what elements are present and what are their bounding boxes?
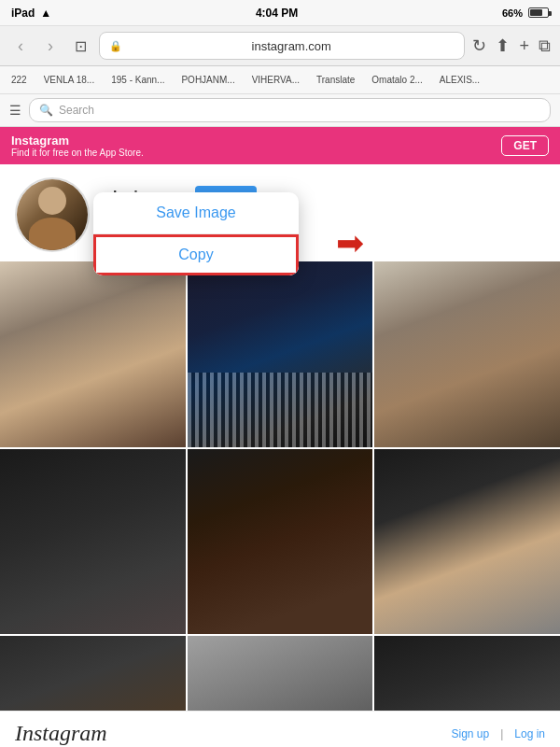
tab-3[interactable]: POHJANM... <box>174 70 242 91</box>
instagram-footer-logo: Instagram <box>15 721 107 746</box>
photo-8[interactable] <box>188 636 373 711</box>
red-arrow-indicator: ➡ <box>336 225 364 264</box>
photo-6[interactable] <box>374 449 560 635</box>
url-bar[interactable]: 🔒 instagram.com <box>99 32 465 60</box>
save-image-option[interactable]: Save Image <box>93 192 299 234</box>
tab-1[interactable]: VENLA 18... <box>36 70 102 91</box>
reader-button[interactable]: ⊡ <box>69 37 91 55</box>
tab-2[interactable]: 195 - Kann... <box>104 70 172 91</box>
context-menu-overlay: Save Image Copy <box>93 192 299 275</box>
photo-3[interactable] <box>374 261 560 447</box>
photo-7[interactable] <box>0 636 186 711</box>
tabs-bar: 222 VENLA 18... 195 - Kann... POHJANM...… <box>0 66 560 94</box>
url-text: instagram.com <box>128 39 455 53</box>
status-bar: iPad ▲ 4:04 PM 66% <box>0 0 560 26</box>
back-button[interactable]: ‹ <box>9 36 32 56</box>
tabs-button[interactable]: ⧉ <box>539 36 551 56</box>
photo-grid <box>0 261 560 711</box>
share-button[interactable]: ⬆ <box>496 35 510 56</box>
footer-separator: | <box>500 727 503 740</box>
tab-0[interactable]: 222 <box>4 70 35 91</box>
browser-toolbar: ‹ › ⊡ 🔒 instagram.com ↻ ⬆ + ⧉ <box>0 26 560 66</box>
bookmark-bar: ☰ 🔍 Search <box>0 94 560 127</box>
context-menu: Save Image Copy <box>93 192 299 275</box>
tab-5[interactable]: Translate <box>309 70 362 91</box>
forward-button[interactable]: › <box>39 36 62 56</box>
avatar-image <box>17 179 88 250</box>
clock: 4:04 PM <box>256 7 298 20</box>
new-tab-button[interactable]: + <box>519 36 529 56</box>
tab-7[interactable]: ALEXIS... <box>432 70 487 91</box>
copy-option[interactable]: Copy <box>93 234 299 275</box>
battery-percent: 66% <box>502 7 523 19</box>
app-banner-subtitle: Find it for free on the App Store. <box>11 148 492 158</box>
photo-4[interactable] <box>0 449 186 635</box>
login-link[interactable]: Log in <box>514 727 545 740</box>
wifi-icon: ▲ <box>40 7 51 20</box>
photo-2[interactable] <box>188 261 373 447</box>
signup-link[interactable]: Sign up <box>451 727 489 740</box>
footer-links: Sign up | Log in <box>451 727 545 740</box>
tab-6[interactable]: Omatalo 2... <box>364 70 429 91</box>
menu-button[interactable]: ☰ <box>9 103 21 118</box>
photo-1[interactable] <box>0 261 186 447</box>
app-banner: Instagram Find it for free on the App St… <box>0 127 560 164</box>
search-icon: 🔍 <box>39 104 53 117</box>
footer: Instagram Sign up | Log in <box>0 711 560 747</box>
avatar <box>15 177 90 252</box>
app-banner-title: Instagram <box>11 134 492 148</box>
tab-4[interactable]: VIHERVA... <box>245 70 307 91</box>
search-placeholder: Search <box>59 104 94 117</box>
lock-icon: 🔒 <box>109 40 122 52</box>
profile-area: Save Image Copy ➡ alexisren ✔ Follow 239… <box>0 164 560 261</box>
photo-5[interactable] <box>188 449 373 635</box>
toolbar-actions: ↻ ⬆ + ⧉ <box>472 35 551 56</box>
get-app-button[interactable]: GET <box>501 135 549 156</box>
reload-button[interactable]: ↻ <box>472 35 486 56</box>
device-label: iPad <box>11 7 35 20</box>
photo-9[interactable] <box>374 636 560 711</box>
search-box[interactable]: 🔍 Search <box>29 98 551 122</box>
battery-icon <box>528 7 549 18</box>
